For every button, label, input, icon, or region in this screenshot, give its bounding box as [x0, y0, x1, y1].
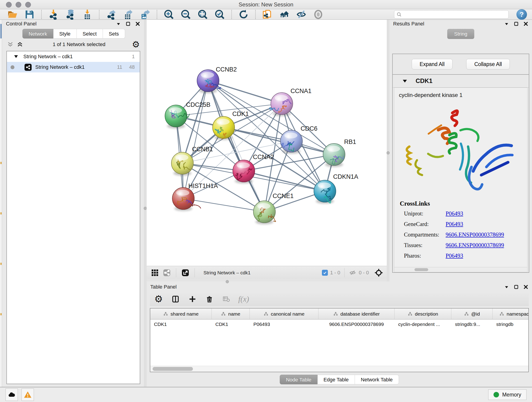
export-network-button[interactable]: [104, 9, 119, 20]
scrollbar-thumb[interactable]: [414, 268, 428, 271]
node-CDKN1A[interactable]: CDKN1A: [314, 173, 358, 204]
tab-sets[interactable]: Sets: [103, 29, 125, 38]
first-neighbors-button[interactable]: [277, 9, 292, 20]
node-section-header[interactable]: CDK1: [393, 75, 529, 88]
table-hscrollbar[interactable]: [150, 366, 528, 372]
warnings-button[interactable]: [22, 389, 34, 401]
zoom-fit-button[interactable]: [195, 9, 210, 20]
expand-all-icon[interactable]: [17, 41, 23, 48]
panel-float-icon[interactable]: [126, 21, 131, 26]
table-options-button[interactable]: ⚙: [153, 294, 164, 304]
table-cell[interactable]: P06493: [250, 319, 318, 329]
birdseye-view-button[interactable]: [150, 268, 159, 277]
zoom-out-button[interactable]: [178, 9, 193, 20]
panel-collapse-icon[interactable]: [116, 21, 121, 26]
panel-float-icon[interactable]: [514, 21, 519, 26]
zoom-selected-button[interactable]: [212, 9, 227, 20]
collapse-all-button[interactable]: Collapse All: [466, 59, 510, 70]
table-cell[interactable]: stringdb:9...: [451, 319, 493, 329]
add-column-button[interactable]: [187, 294, 197, 304]
panel-collapse-icon[interactable]: [504, 284, 509, 289]
column-header-canonical-name[interactable]: canonical name: [250, 308, 318, 319]
tab-string[interactable]: String: [447, 29, 474, 39]
column-header-name[interactable]: name: [212, 308, 250, 319]
crosslink-link[interactable]: P06493: [446, 221, 463, 227]
network-collection-row[interactable]: String Network – cdk1 1: [7, 51, 140, 62]
column-header-description[interactable]: description: [394, 308, 451, 319]
function-builder-button[interactable]: f(x): [238, 295, 249, 303]
network-row-selected[interactable]: String Network – cdk1 11 48: [7, 62, 140, 72]
crosslink-link[interactable]: 9606.ENSP00000378699: [446, 242, 504, 249]
export-image-button[interactable]: [138, 9, 152, 20]
tab-edge-table[interactable]: Edge Table: [317, 375, 355, 384]
network-canvas[interactable]: CCNB2CCNA1CDC25BCDK1CDC6RB1CCNB1CCNA2CDK…: [147, 20, 387, 266]
window-minimize-button[interactable]: [16, 2, 21, 7]
section-expand-icon[interactable]: [402, 79, 407, 83]
node-CDC25B[interactable]: CDC25B: [165, 101, 210, 128]
crosslink-link[interactable]: 9606.ENSP00000378699: [446, 231, 504, 238]
node-CDK1[interactable]: CDK1: [213, 110, 249, 140]
column-header-namespace[interactable]: namespace: [493, 308, 529, 319]
scrollbar-thumb[interactable]: [152, 367, 193, 371]
panel-close-icon[interactable]: [523, 21, 528, 26]
network-options-gear-icon[interactable]: ⚙: [132, 40, 140, 49]
open-in-window-button[interactable]: [181, 268, 190, 277]
export-table-button[interactable]: [120, 9, 136, 20]
search-input[interactable]: [404, 12, 506, 17]
tab-network[interactable]: Network: [22, 29, 53, 38]
zoom-in-button[interactable]: [161, 9, 177, 20]
panel-close-icon[interactable]: [523, 284, 528, 289]
tab-style[interactable]: Style: [53, 29, 77, 38]
divider-handle[interactable]: [144, 207, 147, 210]
save-session-button[interactable]: [22, 9, 37, 20]
vertical-divider-left[interactable]: [144, 20, 147, 387]
open-session-button[interactable]: [5, 9, 20, 20]
delete-table-button[interactable]: [221, 294, 231, 304]
node-RB1[interactable]: RB1: [323, 138, 356, 167]
import-table-button[interactable]: [80, 9, 95, 20]
table-cell[interactable]: CDK1: [150, 319, 212, 329]
refresh-button[interactable]: [236, 9, 251, 20]
results-hscrollbar[interactable]: [394, 267, 527, 272]
window-zoom-button[interactable]: [25, 2, 31, 7]
vertical-divider-right[interactable]: [387, 20, 389, 281]
panel-float-icon[interactable]: [514, 284, 519, 289]
tab-select[interactable]: Select: [77, 29, 103, 38]
window-close-button[interactable]: [6, 2, 12, 7]
panel-collapse-icon[interactable]: [504, 21, 509, 26]
column-header-id[interactable]: @id: [451, 308, 493, 319]
panel-close-icon[interactable]: [135, 21, 140, 26]
node-HIST1H1A[interactable]: HIST1H1A: [172, 182, 218, 211]
delete-column-button[interactable]: [204, 294, 215, 304]
import-database-button[interactable]: [63, 9, 78, 20]
table-cell[interactable]: stringdb: [493, 319, 529, 329]
network-overview-button[interactable]: [162, 268, 171, 277]
table-cell[interactable]: cyclin-dependent ...: [394, 319, 451, 329]
clone-network-button[interactable]: [260, 9, 275, 20]
collapse-all-icon[interactable]: [7, 41, 14, 48]
table-cell[interactable]: 9606.ENSP00000378699: [318, 319, 394, 329]
table-cell[interactable]: CDK1: [212, 319, 250, 329]
divider-handle[interactable]: [386, 151, 390, 154]
column-header-shared-name[interactable]: shared name: [150, 308, 212, 319]
crosslink-link[interactable]: P06493: [446, 253, 463, 259]
node-CCNB1[interactable]: CCNB1: [171, 146, 213, 176]
show-columns-button[interactable]: [171, 294, 181, 304]
tab-network-table[interactable]: Network Table: [355, 375, 399, 384]
cloud-status-button[interactable]: [6, 389, 18, 401]
horizontal-divider-handle[interactable]: [226, 280, 229, 283]
selected-checkbox[interactable]: [322, 270, 328, 276]
fit-selected-crosshair-icon[interactable]: [374, 268, 383, 277]
memory-button[interactable]: Memory: [488, 389, 526, 400]
tree-expand-icon[interactable]: [14, 55, 18, 58]
hidden-eye-slash-icon[interactable]: [349, 269, 356, 276]
hide-selected-button[interactable]: [294, 9, 309, 20]
expand-all-button[interactable]: Expand All: [412, 59, 453, 70]
help-button[interactable]: ?: [516, 9, 527, 20]
column-header-database-identifier[interactable]: database identifier: [318, 308, 394, 319]
crosslink-link[interactable]: P06493: [446, 211, 463, 217]
show-all-button[interactable]: [311, 9, 326, 20]
table-row[interactable]: CDK1CDK1P064939606.ENSP00000378699cyclin…: [150, 319, 528, 329]
import-network-button[interactable]: [46, 9, 61, 20]
node-CCNE1[interactable]: CCNE1: [253, 192, 294, 224]
